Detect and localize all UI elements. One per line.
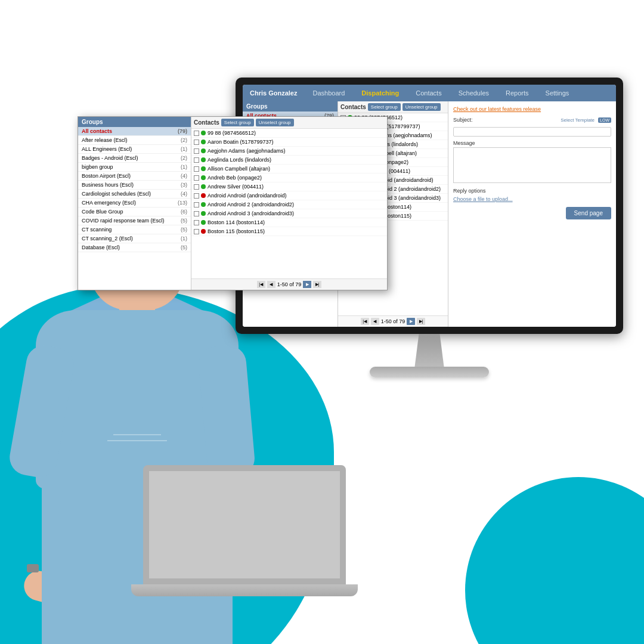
popup-contact-checkbox[interactable] bbox=[194, 211, 199, 216]
popup-group-count: (6) bbox=[181, 209, 187, 215]
popup-groups-list: All contacts(79)After release (Escl)(2)A… bbox=[78, 127, 191, 252]
popup-contact-checkbox[interactable] bbox=[194, 202, 199, 208]
popup-contact-item[interactable]: Aeglinda Lords (lindalords) bbox=[191, 156, 387, 165]
feature-notice[interactable]: Check out our latest features release bbox=[453, 106, 611, 112]
popup-contact-checkbox[interactable] bbox=[194, 184, 199, 190]
popup-group-item[interactable]: CT scanning(5) bbox=[78, 225, 191, 234]
popup-contact-dot bbox=[201, 229, 206, 234]
popup-group-item[interactable]: CT scanning_2 (Escl)(1) bbox=[78, 234, 191, 243]
popup-contact-checkbox[interactable] bbox=[194, 166, 199, 172]
message-label: Message bbox=[453, 140, 611, 146]
popup-group-item[interactable]: bigben group(1) bbox=[78, 163, 191, 172]
popup-group-item[interactable]: Database (Escl)(5) bbox=[78, 243, 191, 252]
page-first-btn[interactable]: |◀ bbox=[361, 318, 369, 325]
popup-contact-name: Android Android 2 (androidandroid2) bbox=[208, 202, 294, 208]
popup-contact-checkbox[interactable] bbox=[194, 140, 199, 145]
popup-page-first[interactable]: |◀ bbox=[257, 281, 265, 288]
nav-schedules[interactable]: Schedules bbox=[451, 88, 496, 98]
popup-contacts-title: Contacts bbox=[194, 119, 219, 126]
subject-label: Subject: bbox=[453, 117, 473, 123]
popup-group-item[interactable]: Business hours (Escl)(3) bbox=[78, 181, 191, 190]
popup-contact-name: Android Android (androidandroid) bbox=[208, 193, 287, 199]
popup-contact-item[interactable]: Andreb Beb (onpage2) bbox=[191, 174, 387, 182]
nav-dashboard[interactable]: Dashboard bbox=[305, 88, 352, 98]
popup-group-count: (5) bbox=[181, 227, 187, 233]
popup-contact-item[interactable]: 99 88 (9874566512) bbox=[191, 129, 387, 138]
popup-group-name: COVID rapid response team (Escl) bbox=[82, 218, 165, 224]
popup-group-name: After release (Escl) bbox=[82, 137, 128, 143]
popup-group-name: bigben group bbox=[82, 164, 113, 170]
nav-contacts[interactable]: Contacts bbox=[408, 88, 448, 98]
popup-contact-item[interactable]: Aegjohn Adams (aegjohnadams) bbox=[191, 147, 387, 156]
popup-page-next[interactable]: ▶ bbox=[303, 281, 311, 288]
subject-input[interactable] bbox=[453, 127, 611, 137]
popup-groups-title: Groups bbox=[78, 117, 191, 127]
popup-group-item[interactable]: Code Blue Group(6) bbox=[78, 208, 191, 216]
popup-contact-item[interactable]: Android Android (androidandroid) bbox=[191, 191, 387, 200]
popup-contact-name: Andreb Beb (onpage2) bbox=[208, 175, 262, 181]
popup-groups-panel: Groups All contacts(79)After release (Es… bbox=[78, 117, 191, 290]
popup-group-name: ALL Engineers (Escl) bbox=[82, 146, 132, 152]
popup-select-group-btn[interactable]: Select group bbox=[221, 119, 254, 126]
popup-group-count: (2) bbox=[181, 137, 187, 143]
contacts-pagination: |◀ ◀ 1-50 of 79 ▶ ▶| bbox=[338, 315, 448, 327]
popup-contact-checkbox[interactable] bbox=[194, 157, 199, 163]
popup-group-item[interactable]: ALL Engineers (Escl)(1) bbox=[78, 145, 191, 154]
popup-contact-item[interactable]: Allison Campbell (altajran) bbox=[191, 165, 387, 174]
popup-group-item[interactable]: CHA emergency (Escl)(13) bbox=[78, 199, 191, 208]
popup-contact-checkbox[interactable] bbox=[194, 131, 199, 136]
popup-contact-dot bbox=[201, 193, 206, 198]
select-group-btn[interactable]: Select group bbox=[368, 103, 401, 111]
popup-group-item[interactable]: Badges - Android (Escl)(2) bbox=[78, 154, 191, 163]
popup-contact-checkbox[interactable] bbox=[194, 220, 199, 225]
popup-group-item[interactable]: After release (Escl)(2) bbox=[78, 136, 191, 145]
select-template-link[interactable]: Select Template bbox=[561, 117, 595, 123]
page-prev-btn[interactable]: ◀ bbox=[371, 318, 379, 325]
popup-contact-checkbox[interactable] bbox=[194, 175, 199, 181]
popup-contact-checkbox[interactable] bbox=[194, 148, 199, 154]
popup-contact-dot bbox=[201, 166, 206, 171]
popup-group-name: Code Blue Group bbox=[82, 209, 123, 215]
popup-page-prev[interactable]: ◀ bbox=[267, 281, 275, 288]
popup-contact-item[interactable]: Boston 114 (boston114) bbox=[191, 218, 387, 227]
popup-group-item[interactable]: Cardiologist schedules (Escl)(4) bbox=[78, 190, 191, 199]
popup-page-last[interactable]: ▶| bbox=[313, 281, 321, 288]
popup-contact-item[interactable]: Andrew Silver (004411) bbox=[191, 182, 387, 191]
popup-contact-name: Boston 114 (boston114) bbox=[208, 219, 265, 225]
popup-group-item[interactable]: All contacts(79) bbox=[78, 127, 191, 136]
popup-group-name: Database (Escl) bbox=[82, 244, 120, 250]
popup-contact-name: Aegjohn Adams (aegjohnadams) bbox=[208, 148, 286, 154]
popup-pagination: |◀ ◀ 1-50 of 79 ▶ ▶| bbox=[191, 278, 387, 290]
popup-group-item[interactable]: COVID rapid response team (Escl)(5) bbox=[78, 216, 191, 225]
popup-contact-item[interactable]: Android Android 2 (androidandroid2) bbox=[191, 200, 387, 209]
popup-group-name: Cardiologist schedules (Escl) bbox=[82, 191, 151, 197]
popup-unselect-group-btn[interactable]: Unselect group bbox=[256, 119, 294, 126]
nav-settings[interactable]: Settings bbox=[538, 88, 577, 98]
popup-group-count: (2) bbox=[181, 155, 187, 161]
popup-contact-item[interactable]: Boston 115 (boston115) bbox=[191, 227, 387, 236]
popup-contact-dot bbox=[201, 140, 206, 144]
contacts-panel-title: Contacts bbox=[340, 104, 366, 110]
send-page-btn[interactable]: Send page bbox=[566, 207, 611, 219]
nav-dispatching[interactable]: Dispatching bbox=[354, 88, 406, 98]
unselect-group-btn[interactable]: Unselect group bbox=[402, 103, 441, 111]
popup-group-count: (4) bbox=[181, 191, 187, 197]
groups-panel-title: Groups bbox=[243, 101, 338, 112]
popup-contact-item[interactable]: Aaron Boatin (5178799737) bbox=[191, 138, 387, 147]
popup-contact-dot bbox=[201, 131, 206, 135]
nav-reports[interactable]: Reports bbox=[499, 88, 536, 98]
popup-contact-item[interactable]: Android Android 3 (androidandroid3) bbox=[191, 209, 387, 218]
message-textarea[interactable] bbox=[453, 147, 611, 183]
popup-contact-checkbox[interactable] bbox=[194, 193, 199, 199]
pagination-text: 1-50 of 79 bbox=[381, 318, 405, 324]
upload-link[interactable]: Choose a file to upload... bbox=[453, 196, 611, 202]
popup-group-item[interactable]: Boston Airport (Escl)(4) bbox=[78, 172, 191, 181]
popup-group-name: CT scanning_2 (Escl) bbox=[82, 236, 133, 242]
popup-contact-checkbox[interactable] bbox=[194, 229, 199, 234]
reply-options-label: Reply options bbox=[453, 188, 611, 194]
page-last-btn[interactable]: ▶| bbox=[417, 318, 425, 325]
page-next-btn[interactable]: ▶ bbox=[407, 318, 415, 325]
popup-group-count: (5) bbox=[181, 244, 187, 250]
popup-contact-name: Android Android 3 (androidandroid3) bbox=[208, 210, 294, 216]
popup-contact-name: 99 88 (9874566512) bbox=[208, 130, 256, 136]
